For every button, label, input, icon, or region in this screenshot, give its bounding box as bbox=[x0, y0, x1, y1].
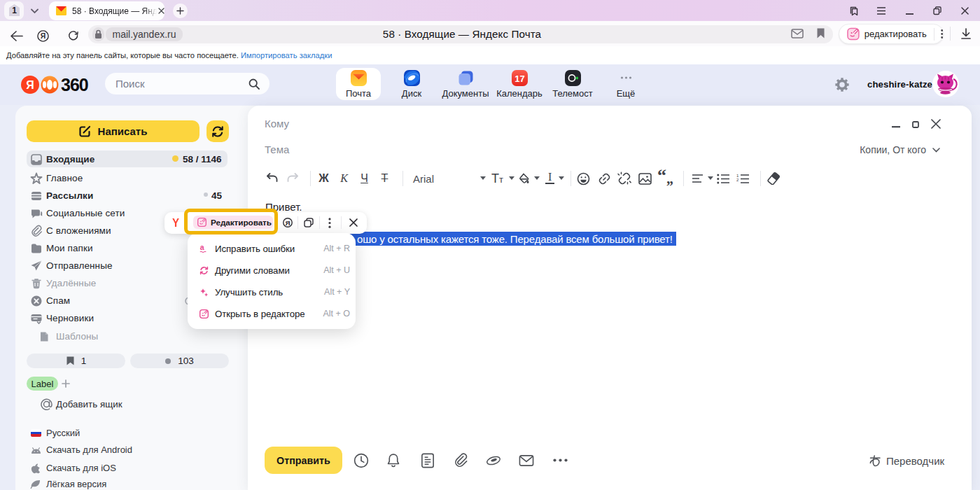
svg-text:Я: Я bbox=[41, 32, 46, 40]
svg-text:360: 360 bbox=[61, 75, 88, 94]
svg-text:Я: Я bbox=[285, 219, 290, 227]
svg-text:2: 2 bbox=[736, 178, 739, 182]
svg-text:1: 1 bbox=[736, 174, 739, 178]
svg-text:17: 17 bbox=[514, 74, 524, 84]
svg-text:Я: Я bbox=[26, 78, 34, 90]
svg-text:a: a bbox=[200, 244, 204, 251]
